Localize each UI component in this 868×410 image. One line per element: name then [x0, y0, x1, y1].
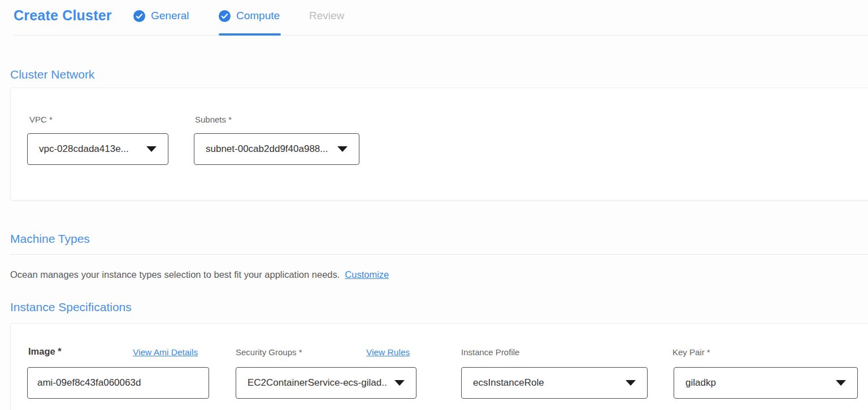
view-rules-link[interactable]: View Rules: [366, 347, 410, 357]
tab-review[interactable]: Review: [309, 10, 344, 22]
image-label: Image *: [28, 346, 62, 357]
caret-down-icon: [337, 146, 348, 152]
tab-review-label: Review: [309, 10, 344, 22]
key-pair-select[interactable]: giladkp: [674, 367, 858, 399]
caret-down-icon: [836, 380, 846, 386]
subnets-selected-value: subnet-00cab2dd9f40a988...: [206, 143, 328, 155]
tab-general-label: General: [151, 10, 189, 22]
view-ami-details-link[interactable]: View Ami Details: [133, 347, 198, 357]
page-title: Create Cluster: [14, 7, 112, 24]
instance-profile-select[interactable]: ecsInstanceRole: [461, 367, 648, 399]
check-circle-icon: [219, 10, 231, 22]
vpc-select[interactable]: vpc-028cdada413e...: [27, 133, 168, 165]
tab-compute-label: Compute: [236, 10, 280, 22]
machine-types-description: Ocean manages your instance types select…: [10, 269, 389, 280]
image-input[interactable]: [27, 367, 209, 399]
vpc-label: VPC *: [29, 115, 53, 124]
active-tab-indicator: [219, 33, 281, 36]
create-cluster-page: Create Cluster General Compute Review Cl…: [0, 0, 868, 410]
header-divider: [14, 35, 868, 36]
key-pair-selected-value: giladkp: [685, 377, 716, 389]
vpc-selected-value: vpc-028cdada413e...: [39, 143, 129, 155]
section-divider: [10, 254, 868, 255]
customize-link[interactable]: Customize: [345, 269, 389, 280]
security-groups-label: Security Groups *: [236, 347, 302, 357]
caret-down-icon: [394, 380, 405, 386]
check-circle-icon: [133, 10, 145, 22]
key-pair-label: Key Pair *: [672, 347, 710, 357]
subnets-select[interactable]: subnet-00cab2dd9f40a988...: [194, 133, 359, 165]
cluster-network-heading: Cluster Network: [10, 68, 94, 81]
tab-compute[interactable]: Compute: [219, 10, 280, 22]
subnets-label: Subnets *: [195, 115, 232, 124]
security-groups-select[interactable]: EC2ContainerService-ecs-gilad...: [236, 367, 416, 399]
instance-specifications-heading: Instance Specifications: [10, 300, 132, 314]
instance-profile-label: Instance Profile: [461, 347, 519, 357]
caret-down-icon: [146, 146, 157, 152]
instance-profile-selected-value: ecsInstanceRole: [473, 377, 544, 389]
security-groups-selected-value: EC2ContainerService-ecs-gilad...: [248, 377, 388, 389]
machine-types-heading: Machine Types: [10, 232, 90, 246]
machine-types-description-text: Ocean manages your instance types select…: [10, 269, 340, 280]
caret-down-icon: [626, 380, 636, 386]
tab-general[interactable]: General: [133, 10, 189, 22]
